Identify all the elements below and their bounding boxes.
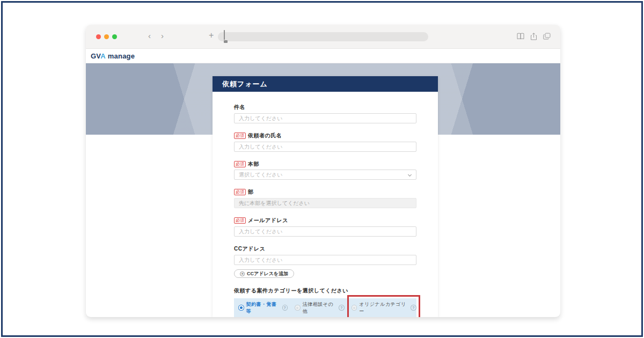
site-header: GVAmanage	[86, 49, 560, 63]
headquarters-select[interactable]: 選択してください	[234, 170, 416, 180]
add-cc-button[interactable]: + CCアドレスを追加	[234, 269, 294, 278]
close-window-button[interactable]	[96, 34, 101, 39]
forward-icon[interactable]: ›	[161, 31, 164, 41]
form-title: 依頼フォーム	[213, 76, 438, 92]
field-email: 必須 メールアドレス	[234, 217, 416, 237]
select-placeholder: 選択してください	[239, 171, 282, 179]
required-badge: 必須	[234, 161, 246, 167]
help-icon[interactable]: ?	[339, 305, 345, 311]
request-form-card: 依頼フォーム 件名 必須 依頼者の氏名	[213, 76, 438, 317]
gva-manage-logo: GVAmanage	[91, 52, 135, 60]
field-headquarters: 必須 本部 選択してください	[234, 161, 416, 180]
plus-circle-icon: +	[240, 271, 245, 276]
field-department: 必須 部	[234, 189, 416, 208]
requester-name-input[interactable]	[234, 142, 416, 152]
cc-address-input[interactable]	[234, 255, 416, 265]
field-cc-address: CCアドレス + CCアドレスを追加	[234, 246, 416, 278]
category-options-band: 契約書・覚書等 ? 法律相談その他 ? オリジナルカテゴリー ?	[234, 298, 416, 317]
page-frame: ‹ › +	[1, 1, 643, 337]
back-icon[interactable]: ‹	[148, 31, 151, 41]
required-badge: 必須	[234, 133, 246, 139]
radio-unselected-icon[interactable]	[295, 305, 301, 311]
maximize-window-button[interactable]	[112, 34, 117, 39]
category-option-legal-consult[interactable]: 法律相談その他 ?	[295, 301, 345, 315]
category-label: 依頼する案件カテゴリーを選択してください	[234, 287, 416, 295]
department-input-disabled	[234, 198, 416, 208]
address-bar[interactable]	[218, 32, 428, 41]
field-requester-name: 必須 依頼者の氏名	[234, 133, 416, 152]
subject-input[interactable]	[234, 113, 416, 123]
help-icon[interactable]: ?	[411, 305, 416, 311]
field-label: 件名	[234, 104, 245, 111]
lock-icon	[224, 31, 228, 43]
radio-unselected-icon[interactable]	[352, 305, 357, 311]
email-input[interactable]	[234, 226, 416, 237]
help-icon[interactable]: ?	[282, 305, 288, 311]
field-label: CCアドレス	[234, 245, 265, 253]
field-label: 部	[248, 188, 254, 196]
field-subject: 件名	[234, 104, 416, 123]
radio-selected-icon[interactable]	[238, 305, 244, 311]
required-badge: 必須	[234, 189, 246, 195]
field-label: 依頼者の氏名	[248, 132, 282, 139]
new-tab-icon[interactable]: +	[209, 31, 214, 40]
traffic-lights	[96, 34, 117, 39]
category-option-contract[interactable]: 契約書・覚書等 ?	[238, 301, 288, 315]
minimize-window-button[interactable]	[104, 34, 109, 39]
tabs-overview-icon[interactable]	[543, 33, 551, 40]
required-badge: 必須	[234, 217, 246, 224]
share-icon[interactable]	[530, 33, 537, 40]
category-option-original[interactable]: オリジナルカテゴリー ?	[352, 301, 416, 315]
browser-chrome: ‹ › +	[86, 25, 560, 49]
reading-list-icon[interactable]	[517, 33, 524, 40]
chevron-down-icon	[408, 173, 412, 177]
field-label: 本部	[248, 160, 259, 168]
browser-window: ‹ › +	[86, 25, 560, 317]
category-section: 依頼する案件カテゴリーを選択してください 契約書・覚書等 ? 法律相談その他 ?	[234, 287, 416, 317]
field-label: メールアドレス	[248, 217, 288, 224]
